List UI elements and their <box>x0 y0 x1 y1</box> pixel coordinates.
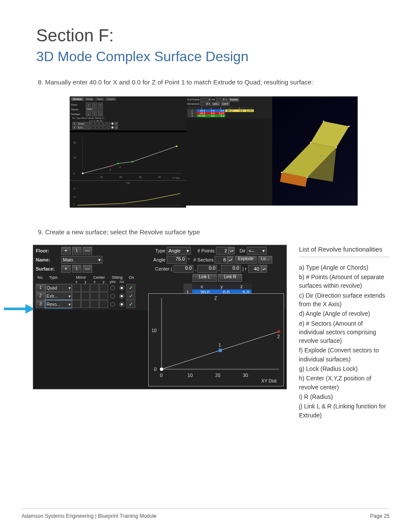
row3-num[interactable]: 3 <box>36 300 45 308</box>
npoints-stepper[interactable]: 2▴▾ <box>216 247 235 255</box>
typerow-1-sitting-yes[interactable] <box>107 122 110 125</box>
angle-label: Angle <box>151 257 165 262</box>
linkl-button[interactable]: Link L <box>193 274 217 282</box>
typerow-1-num[interactable]: 1 <box>72 122 77 125</box>
name-select-2[interactable]: Main▾ <box>61 256 103 264</box>
svg-point-12 <box>117 162 119 164</box>
row1-num[interactable]: 1 <box>36 284 45 292</box>
surface-label-2: Surface: <box>36 266 60 271</box>
row2-on-check[interactable] <box>126 292 135 300</box>
floor-sep-button[interactable]: \ <box>92 103 97 107</box>
typerow-1-center-y[interactable] <box>103 122 106 125</box>
surface-sep-button-2[interactable]: \ <box>72 265 81 273</box>
center-y[interactable]: 0.0 <box>197 265 217 273</box>
linkr-btn-mini[interactable]: Link R <box>221 102 230 106</box>
typerow-2-on[interactable] <box>115 126 118 129</box>
revolve-list-title: List of Revolve functionalities <box>299 245 389 257</box>
surface-sep-button[interactable]: \ <box>92 112 97 116</box>
row3-sitting-yes[interactable] <box>108 300 117 308</box>
tab-view[interactable]: View <box>95 97 104 101</box>
row3-type-select-revolve[interactable]: Revo...▾ <box>45 300 72 308</box>
typerow-1-mirror-y[interactable] <box>95 122 99 125</box>
row3-center-x[interactable] <box>90 300 99 308</box>
npoints-label-2: # Points <box>192 248 215 253</box>
name-select[interactable]: Main <box>86 107 103 112</box>
surface-add-button-2[interactable]: + <box>61 265 71 273</box>
typerow-2-center-y[interactable] <box>103 126 106 129</box>
angle-value[interactable]: 75.0 <box>167 256 187 264</box>
svg-text:30: 30 <box>139 175 142 178</box>
row1-type-select[interactable]: Quad▾ <box>45 284 72 292</box>
linkr-button[interactable]: Link R <box>218 274 242 282</box>
dir-select-2[interactable]: <--▾ <box>247 247 267 255</box>
floor-sep-button-2[interactable]: \ <box>72 247 81 255</box>
linkl-btn-mini[interactable]: Link L <box>212 102 220 106</box>
tab-stage[interactable]: Stage <box>84 97 95 101</box>
3d-viewport[interactable] <box>272 96 358 205</box>
section-subheading: 3D Mode Complex Surface Design <box>36 49 389 65</box>
row3-sitting-no[interactable] <box>117 300 126 308</box>
lock-button[interactable]: Lo... <box>258 256 272 264</box>
type-select[interactable]: Angle▾ <box>167 247 191 255</box>
row2-center-y[interactable] <box>99 292 108 300</box>
row1-mirror-x[interactable] <box>72 284 81 292</box>
row2-mirror-y[interactable] <box>81 292 90 300</box>
revolve-item-g: g) Lock (Radius Lock) <box>299 364 389 373</box>
typerow-2-mirror-x[interactable] <box>91 126 95 129</box>
dimension-value[interactable]: 20.0 <box>200 102 211 106</box>
floor-add-button[interactable]: + <box>86 103 91 107</box>
typerow-1-mirror-x[interactable] <box>91 122 95 125</box>
typerow-2-num[interactable]: 2 <box>72 126 77 129</box>
typerow-2-center-x[interactable] <box>99 126 103 129</box>
svg-text:10: 10 <box>187 373 193 378</box>
typerow-2-sitting-no[interactable] <box>111 126 114 129</box>
nsect-stepper[interactable]: 8▴▾ <box>215 256 234 264</box>
center-z[interactable]: 0.0 <box>221 265 241 273</box>
tab-object[interactable]: Object <box>105 97 116 101</box>
row1-mirror-y[interactable] <box>81 284 90 292</box>
nsect-label: # Sectors <box>191 257 213 262</box>
svg-text:10: 10 <box>152 328 157 333</box>
surface-add-button[interactable]: + <box>86 112 91 116</box>
typerow-1-on[interactable] <box>115 122 118 125</box>
dir-select[interactable]: R -> <box>216 98 228 102</box>
tab-surface[interactable]: Surface <box>71 97 84 101</box>
typerow-1-center-x[interactable] <box>99 122 103 125</box>
typerow-1-type[interactable]: Quad <box>77 122 91 125</box>
row1-center-y[interactable] <box>99 284 108 292</box>
row2-num[interactable]: 2 <box>36 292 45 300</box>
npoints-value[interactable]: 4 <box>200 98 211 102</box>
row1-sitting-yes[interactable] <box>108 284 117 292</box>
typerow-2-sitting-yes[interactable] <box>107 126 110 129</box>
explode-button-mini[interactable]: Explode <box>229 98 239 102</box>
typerow-1-sitting-no[interactable] <box>111 122 114 125</box>
row2-mirror-x[interactable] <box>72 292 81 300</box>
floor-del-button[interactable]: — <box>98 103 103 107</box>
row3-mirror-y[interactable] <box>81 300 90 308</box>
explode-button[interactable]: Explode <box>235 256 256 264</box>
col-sitting: Sitting <box>108 275 126 280</box>
row3-center-y[interactable] <box>99 300 108 308</box>
typerow-2-type[interactable]: Extr... <box>77 126 91 129</box>
surface-del-button[interactable]: — <box>98 112 103 116</box>
svg-text:XY Dist: XY Dist <box>172 176 180 179</box>
col-center: Center <box>90 275 108 280</box>
floor-add-button-2[interactable]: + <box>61 247 71 255</box>
row2-sitting-yes[interactable] <box>108 292 117 300</box>
row1-on-check[interactable] <box>126 284 135 292</box>
row2-sitting-no[interactable] <box>117 292 126 300</box>
typerow-2-mirror-y[interactable] <box>95 126 99 129</box>
row2-center-x[interactable] <box>90 292 99 300</box>
row1-center-x[interactable] <box>90 284 99 292</box>
row3-mirror-x[interactable] <box>72 300 81 308</box>
row1-sitting-no[interactable] <box>117 284 126 292</box>
surface-del-button-2[interactable]: — <box>83 265 92 273</box>
center-x[interactable]: 0.0 <box>174 265 193 273</box>
row2-type-select[interactable]: Extr...▾ <box>45 292 72 300</box>
floor-del-button-2[interactable]: — <box>83 247 92 255</box>
floor-label: Floor: <box>71 103 85 106</box>
r-stepper[interactable]: 40▴▾ <box>248 265 267 273</box>
row3-on-check[interactable] <box>126 300 135 308</box>
footer-page: Page 25 <box>370 513 389 519</box>
angle-unit: ° <box>188 257 190 262</box>
